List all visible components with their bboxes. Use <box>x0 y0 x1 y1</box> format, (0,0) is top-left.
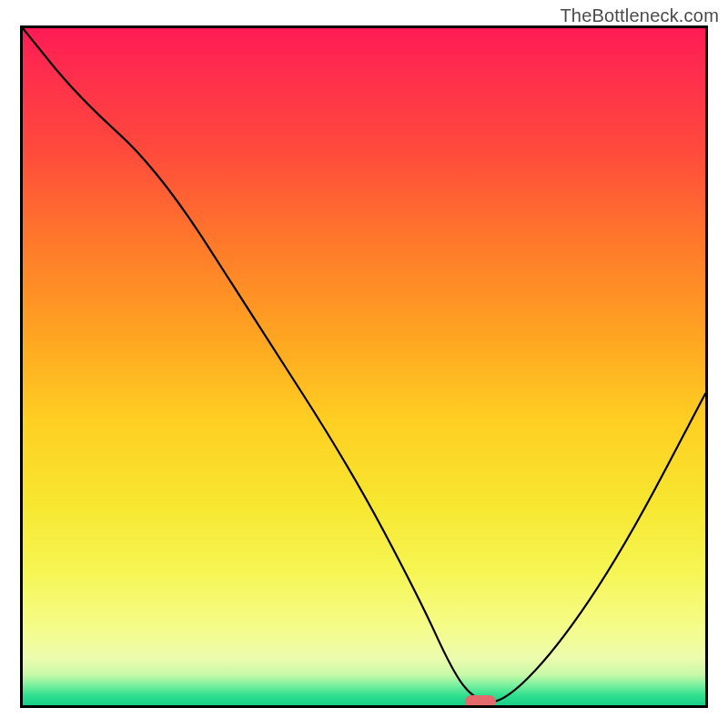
chart-frame <box>20 25 708 708</box>
chart-curve-svg <box>23 28 705 705</box>
bottleneck-curve <box>23 28 705 703</box>
site-watermark: TheBottleneck.com <box>560 5 719 26</box>
optimum-marker <box>465 695 496 708</box>
